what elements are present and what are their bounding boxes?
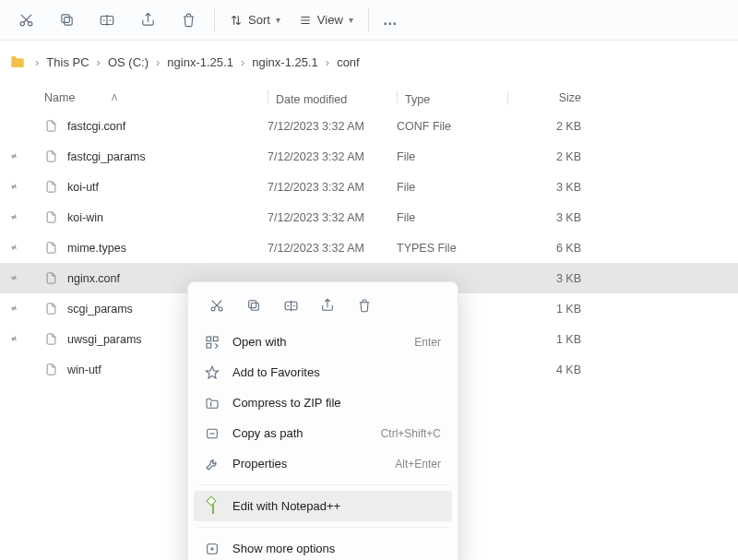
file-size: 3 KB [507, 181, 581, 194]
context-mini-toolbar [194, 290, 452, 327]
ctx-label: Add to Favorites [232, 365, 441, 379]
col-type[interactable]: Type [397, 90, 507, 106]
share-icon[interactable] [127, 0, 168, 41]
ctx-properties[interactable]: Properties Alt+Enter [194, 448, 452, 479]
context-separator [197, 527, 448, 528]
sort-label: Sort [248, 13, 270, 27]
file-type: TYPES File [397, 242, 507, 255]
file-date: 7/12/2023 3:32 AM [268, 181, 397, 194]
share-icon[interactable] [312, 292, 343, 319]
cut-icon[interactable] [6, 0, 46, 41]
zip-icon [205, 396, 221, 411]
svg-point-6 [219, 307, 222, 311]
notepadpp-icon [205, 499, 221, 513]
breadcrumb-sep: › [152, 55, 163, 69]
file-icon [44, 302, 58, 316]
file-icon [44, 363, 58, 376]
file-date: 7/12/2023 3:32 AM [268, 211, 397, 224]
file-type: File [397, 211, 507, 224]
breadcrumb-item[interactable]: OS (C:) [108, 55, 149, 69]
star-icon [205, 365, 221, 380]
file-name: nginx.conf [67, 272, 120, 285]
svg-rect-8 [249, 301, 256, 308]
ctx-show-more[interactable]: Show more options [194, 533, 452, 560]
file-row[interactable]: fastcgi.conf7/12/2023 3:32 AMCONF File2 … [0, 111, 738, 141]
context-separator [197, 484, 448, 485]
svg-rect-10 [207, 337, 211, 341]
breadcrumb-sep: › [237, 55, 248, 69]
more-options-icon [205, 542, 221, 556]
file-size: 4 KB [507, 363, 581, 376]
sort-indicator-icon: ᐱ [112, 93, 117, 102]
breadcrumb-item[interactable]: conf [337, 55, 360, 69]
view-button[interactable]: View ▾ [290, 7, 363, 32]
copy-icon[interactable] [238, 292, 269, 319]
file-row[interactable]: koi-utf7/12/2023 3:32 AMFile3 KB [0, 172, 738, 202]
file-name: fastcgi.conf [67, 120, 125, 133]
svg-rect-11 [213, 337, 218, 341]
col-date-label: Date modified [276, 93, 347, 106]
ctx-compress-zip[interactable]: Compress to ZIP file [194, 387, 452, 418]
file-icon [44, 241, 58, 255]
ctx-label: Compress to ZIP file [232, 396, 441, 410]
file-type: File [397, 150, 507, 163]
file-icon [44, 180, 58, 194]
sort-button[interactable]: Sort ▾ [220, 7, 290, 32]
file-name: koi-utf [67, 181, 99, 194]
file-row[interactable]: mime.types7/12/2023 3:32 AMTYPES File6 K… [0, 232, 738, 263]
file-size: 2 KB [507, 120, 581, 133]
col-size[interactable]: Size [507, 91, 581, 104]
context-menu: Open with Enter Add to Favorites Compres… [187, 281, 458, 560]
file-name: mime.types [67, 242, 126, 255]
svg-rect-2 [64, 18, 72, 26]
ctx-open-with[interactable]: Open with Enter [194, 327, 452, 357]
file-name: koi-win [67, 211, 103, 224]
chevron-down-icon: ▾ [349, 15, 353, 25]
breadcrumb-item[interactable]: This PC [46, 55, 89, 69]
ctx-label: Open with [232, 335, 403, 349]
toolbar-divider [214, 8, 215, 32]
breadcrumb-item[interactable]: nginx-1.25.1 [252, 55, 318, 69]
breadcrumb-sep: › [322, 55, 333, 69]
file-size: 1 KB [507, 333, 581, 346]
delete-icon[interactable] [349, 292, 380, 319]
file-type: CONF File [397, 120, 507, 133]
file-row[interactable]: fastcgi_params7/12/2023 3:32 AMFile2 KB [0, 141, 738, 172]
folder-icon [9, 54, 26, 70]
toolbar-divider [368, 8, 369, 32]
svg-point-0 [20, 22, 24, 26]
delete-icon[interactable] [168, 0, 208, 41]
file-row[interactable]: koi-win7/12/2023 3:32 AMFile3 KB [0, 202, 738, 232]
ctx-copy-path[interactable]: Copy as path Ctrl+Shift+C [194, 418, 452, 448]
breadcrumb: › This PC › OS (C:) › nginx-1.25.1 › ngi… [0, 41, 738, 85]
svg-point-1 [28, 22, 31, 26]
ctx-label: Edit with Notepad++ [232, 499, 441, 513]
svg-point-5 [211, 307, 215, 311]
ctx-edit-notepadpp[interactable]: Edit with Notepad++ [194, 491, 452, 521]
file-size: 3 KB [507, 272, 581, 285]
chevron-down-icon: ▾ [276, 15, 280, 25]
ctx-label: Copy as path [232, 426, 370, 440]
file-icon [44, 119, 58, 133]
file-name: win-utf [67, 363, 101, 376]
file-size: 6 KB [507, 242, 581, 255]
file-size: 2 KB [507, 150, 581, 163]
rename-icon[interactable] [275, 292, 306, 319]
col-name[interactable]: Name ᐱ [37, 91, 268, 104]
col-date[interactable]: Date modified [268, 90, 397, 106]
rename-icon[interactable] [87, 0, 127, 41]
file-date: 7/12/2023 3:32 AM [268, 242, 397, 255]
cut-icon[interactable] [201, 292, 232, 319]
pin-icon [6, 302, 19, 316]
file-type: File [397, 181, 507, 194]
ctx-label: Properties [232, 457, 384, 471]
more-icon[interactable]: … [375, 0, 408, 41]
breadcrumb-item[interactable]: nginx-1.25.1 [167, 55, 233, 69]
file-name: fastcgi_params [67, 150, 146, 163]
file-name: uwsgi_params [67, 333, 142, 346]
pin-icon [6, 180, 19, 194]
wrench-icon [205, 457, 221, 471]
ctx-add-favorites[interactable]: Add to Favorites [194, 357, 452, 387]
ctx-shortcut: Enter [414, 336, 441, 349]
copy-icon[interactable] [46, 0, 87, 41]
